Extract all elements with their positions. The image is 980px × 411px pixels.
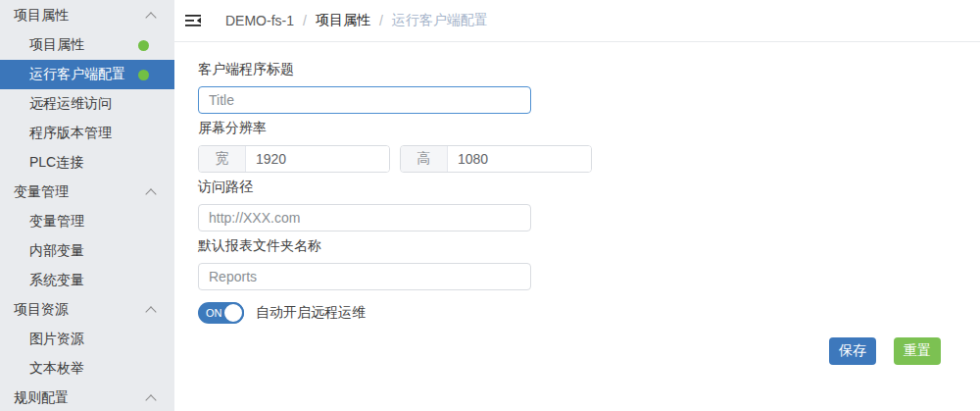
breadcrumb-separator: /: [379, 13, 383, 28]
sidebar-group-project-resources[interactable]: 项目资源: [0, 295, 174, 325]
menu-fold-icon[interactable]: [184, 12, 202, 29]
access-path-label: 访问路径: [198, 177, 980, 196]
top-bar: DEMO-fs-1 / 项目属性 / 运行客户端配置: [174, 0, 980, 42]
auto-remote-toggle[interactable]: ON: [198, 302, 244, 324]
chevron-up-icon: [145, 306, 156, 317]
sidebar-item-run-client-config[interactable]: 运行客户端配置: [0, 60, 174, 89]
chevron-up-icon: [145, 12, 156, 23]
sidebar-item-remote-ops-access[interactable]: 远程运维访问: [0, 89, 174, 119]
sidebar-menu: 项目属性 项目属性 运行客户端配置 远程运维访问 程序版本管理 PLC连接 变量…: [0, 0, 174, 411]
action-buttons: 保存 重置: [198, 337, 980, 365]
save-button[interactable]: 保存: [829, 337, 876, 365]
sidebar: 项目属性 项目属性 运行客户端配置 远程运维访问 程序版本管理 PLC连接 变量…: [0, 0, 174, 411]
resolution-label: 屏幕分辨率: [198, 118, 980, 137]
client-title-input[interactable]: [198, 86, 531, 114]
sidebar-item-system-variables[interactable]: 系统变量: [0, 266, 174, 295]
status-dot-icon: [138, 40, 149, 51]
toggle-knob: [222, 302, 244, 324]
sidebar-item-project-properties[interactable]: 项目属性: [0, 30, 174, 60]
access-path-group: 访问路径: [198, 177, 980, 231]
breadcrumb-section[interactable]: 项目属性: [316, 12, 370, 29]
report-folder-label: 默认报表文件夹名称: [198, 235, 980, 255]
width-addon-label: 宽: [199, 146, 246, 172]
auto-remote-label: 自动开启远程运维: [256, 304, 366, 322]
breadcrumb: DEMO-fs-1 / 项目属性 / 运行客户端配置: [225, 12, 488, 29]
resolution-width-input[interactable]: [246, 146, 389, 172]
chevron-up-icon: [145, 394, 156, 405]
resolution-width-group: 宽: [198, 145, 390, 173]
sidebar-group-rule-config[interactable]: 规则配置: [0, 384, 174, 411]
sidebar-item-text-enum[interactable]: 文本枚举: [0, 354, 174, 384]
resolution-height-group: 高: [400, 145, 592, 173]
sidebar-group-project-properties[interactable]: 项目属性: [0, 1, 174, 30]
report-folder-input[interactable]: [198, 263, 531, 290]
chevron-up-icon: [145, 188, 156, 199]
status-dot-icon: [138, 70, 149, 80]
auto-remote-row: ON 自动开启远程运维: [198, 302, 980, 324]
form-content: 客户端程序标题 屏幕分辨率 宽 高 访问路径 默认报表文件夹名称: [174, 42, 980, 411]
resolution-group: 屏幕分辨率 宽 高: [198, 118, 980, 173]
sidebar-item-plc-connection[interactable]: PLC连接: [0, 148, 174, 178]
toggle-on-text: ON: [206, 307, 222, 319]
height-addon-label: 高: [401, 146, 448, 172]
sidebar-group-variable-management[interactable]: 变量管理: [0, 178, 174, 207]
client-title-group: 客户端程序标题: [198, 59, 980, 114]
resolution-inputs: 宽 高: [198, 145, 980, 173]
main-area: DEMO-fs-1 / 项目属性 / 运行客户端配置 客户端程序标题 屏幕分辨率…: [174, 0, 980, 411]
sidebar-item-program-version[interactable]: 程序版本管理: [0, 119, 174, 148]
client-title-label: 客户端程序标题: [198, 59, 980, 78]
sidebar-item-variable-management[interactable]: 变量管理: [0, 207, 174, 236]
reset-button[interactable]: 重置: [894, 337, 941, 365]
access-path-input[interactable]: [198, 204, 531, 231]
sidebar-item-internal-variables[interactable]: 内部变量: [0, 236, 174, 266]
breadcrumb-project-name[interactable]: DEMO-fs-1: [225, 13, 294, 28]
breadcrumb-separator: /: [303, 13, 307, 28]
report-folder-group: 默认报表文件夹名称: [198, 235, 980, 290]
breadcrumb-current-page: 运行客户端配置: [392, 12, 488, 29]
resolution-height-input[interactable]: [448, 146, 591, 172]
sidebar-item-image-resources[interactable]: 图片资源: [0, 325, 174, 354]
